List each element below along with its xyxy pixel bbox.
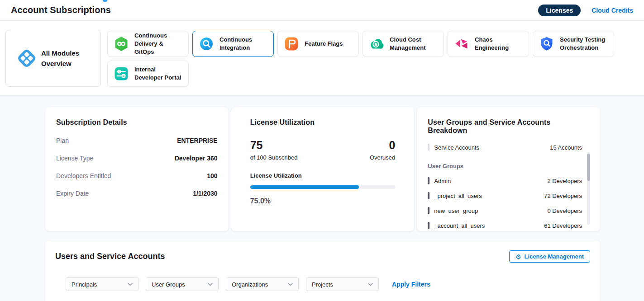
row-label: License Type [56,155,93,162]
module-card-cloud-cost[interactable]: $ Cloud Cost Management [363,31,444,57]
feature-flags-icon [283,36,300,52]
sto-shield-icon [539,36,555,52]
service-accounts-marker [428,144,429,151]
chevron-down-icon [208,283,213,286]
user-group-value: 0 Developers [547,207,582,214]
module-card-security-testing[interactable]: Security Testing Orchestration [533,31,614,57]
cloud-cost-icon: $ [368,36,385,52]
all-modules-overview-card[interactable]: All Modules Overview [5,30,101,87]
module-card-internal-developer-portal[interactable]: Internal Developer Portal [107,61,189,87]
user-group-name: new_user_group [434,207,478,214]
user-group-value: 2 Developers [547,178,582,184]
user-group-marker [428,177,429,184]
row-value: Developer 360 [175,155,218,162]
subscription-row-plan: Plan ENTERPRISE [56,137,218,144]
user-group-marker [428,207,429,214]
user-group-name: _account_all_users [434,222,485,229]
service-accounts-row: Service Accounts 15 Accounts [428,144,589,151]
modules-band: All Modules Overview Continuous Delivery… [0,21,644,96]
user-groups-dropdown[interactable]: User Groups [146,277,219,291]
page-title: Account Subscriptions [11,5,111,15]
breakdown-card: User Groups and Service Accounts Breakdo… [417,107,600,231]
subscription-details-card: Subscription Details Plan ENTERPRISE Lic… [45,107,229,231]
svg-text:$: $ [374,42,378,47]
chevron-down-icon [128,283,133,286]
utilization-progress-track [250,185,396,189]
row-value: 1/1/2030 [193,190,218,197]
user-group-row: Admin 2 Developers [428,177,589,184]
user-group-name: _project_all_users [434,193,482,199]
subscription-details-title: Subscription Details [56,118,218,127]
service-accounts-value: 15 Accounts [550,144,582,151]
chevron-down-icon [368,283,373,286]
row-label: Expiry Date [56,190,89,197]
utilization-percent: 75.0% [250,197,396,205]
row-label: Developers Entitled [56,172,111,179]
breakdown-scrollbar-thumb[interactable] [587,154,590,181]
user-group-value: 61 Developers [544,222,582,229]
used-licenses-block: 75 of 100 Subscribed [250,139,298,161]
module-card-cd-gitops[interactable]: Continuous Delivery & GitOps [107,31,189,57]
module-card-chaos-engineering[interactable]: Chaos Engineering [448,31,529,57]
overused-caption: Overused [370,154,395,161]
idp-icon [113,66,129,82]
service-accounts-label: Service Accounts [434,144,479,151]
module-label: Feature Flags [305,40,343,48]
users-section-title: Users and Service Accounts [55,252,165,261]
license-management-label: License Management [525,253,584,260]
dropdown-value: Principals [72,281,97,288]
projects-dropdown[interactable]: Projects [306,277,379,291]
dropdown-value: Organizations [232,281,268,288]
subscription-row-expiry-date: Expiry Date 1/1/2030 [56,190,218,197]
cloud-credits-tab[interactable]: Cloud Credits [592,7,633,14]
summary-cards-row: Subscription Details Plan ENTERPRISE Lic… [45,107,600,231]
overused-count: 0 [370,139,395,152]
user-group-marker [428,222,429,229]
overused-block: 0 Overused [370,139,395,161]
user-groups-list: Admin 2 Developers _project_all_users 72… [428,177,589,229]
module-card-feature-flags[interactable]: Feature Flags [277,31,359,57]
used-count: 75 [250,139,298,152]
module-label: Continuous Delivery & GitOps [134,32,184,56]
module-label: Security Testing Orchestration [560,36,609,52]
subscription-row-developers-entitled: Developers Entitled 100 [56,172,218,179]
user-group-row: _account_all_users 61 Developers [428,222,589,229]
all-modules-overview-label: All Modules Overview [41,48,85,69]
module-label: Internal Developer Portal [134,66,184,82]
all-modules-icon [16,47,38,69]
row-value: ENTERPRISE [177,137,217,144]
chaos-icon [453,36,470,52]
subscription-row-license-type: License Type Developer 360 [56,155,218,162]
utilization-progress-fill [250,185,359,189]
filters-row: Principals User Groups Organizations Pro… [66,277,590,291]
dropdown-value: Projects [312,281,333,288]
module-label: Chaos Engineering [475,36,524,52]
license-utilization-title: License Utilization [250,118,396,127]
user-group-row: new_user_group 0 Developers [428,207,589,214]
organizations-dropdown[interactable]: Organizations [226,277,299,291]
apply-filters-link[interactable]: Apply Filters [392,281,430,288]
utilization-bar-label: License Utilization [250,172,396,179]
user-group-marker [428,192,429,199]
gear-icon: ⚙ [515,254,521,260]
user-group-value: 72 Developers [544,193,582,199]
row-label: Plan [56,137,69,144]
license-utilization-card: License Utilization 75 of 100 Subscribed… [231,107,415,231]
cd-gitops-icon [113,36,129,52]
module-card-continuous-integration[interactable]: Continuous Integration [192,31,274,57]
dropdown-value: User Groups [152,281,185,288]
breakdown-scrollbar-track[interactable] [587,152,590,225]
ci-icon [198,36,215,52]
module-label: Cloud Cost Management [390,36,439,52]
principals-dropdown[interactable]: Principals [66,277,138,291]
module-grid: Continuous Delivery & GitOps Continuous … [107,31,615,87]
row-value: 100 [207,172,217,179]
license-management-button[interactable]: ⚙ License Management [509,250,590,263]
user-group-row: _project_all_users 72 Developers [428,192,589,199]
page-header: Account Subscriptions Licenses Cloud Cre… [0,0,644,21]
user-group-name: Admin [434,178,451,184]
module-label: Continuous Integration [219,36,269,52]
licenses-tab[interactable]: Licenses [538,5,581,16]
users-and-service-accounts-section: Users and Service Accounts ⚙ License Man… [45,240,600,301]
used-caption: of 100 Subscribed [250,154,298,161]
